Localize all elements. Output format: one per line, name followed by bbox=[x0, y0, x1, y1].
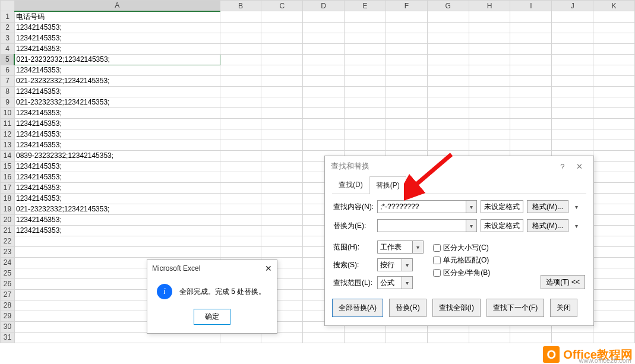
cell[interactable]: 12342145353; bbox=[14, 182, 220, 193]
cell[interactable] bbox=[469, 33, 510, 43]
replace-format-dropdown[interactable]: ▾ bbox=[572, 223, 580, 229]
cell[interactable]: 12342145353; bbox=[14, 33, 220, 43]
cell[interactable] bbox=[469, 140, 510, 150]
cell[interactable] bbox=[510, 22, 552, 33]
cell[interactable] bbox=[593, 268, 635, 278]
cell[interactable] bbox=[220, 65, 261, 75]
cell[interactable] bbox=[593, 204, 635, 214]
cell[interactable] bbox=[220, 246, 261, 257]
cell[interactable] bbox=[303, 86, 345, 97]
cell[interactable] bbox=[593, 129, 635, 140]
cell[interactable] bbox=[469, 22, 510, 33]
replace-input[interactable] bbox=[377, 219, 466, 232]
row-header[interactable]: 14 bbox=[1, 150, 15, 161]
cell[interactable] bbox=[469, 11, 510, 23]
replace-button[interactable]: 替换(R) bbox=[389, 299, 427, 317]
cell[interactable] bbox=[427, 332, 469, 343]
cell[interactable] bbox=[593, 140, 635, 150]
replace-format-button[interactable]: 格式(M)... bbox=[527, 219, 568, 232]
cell[interactable] bbox=[261, 129, 303, 140]
search-select[interactable] bbox=[377, 258, 402, 271]
cell[interactable] bbox=[469, 65, 510, 75]
cell[interactable] bbox=[220, 172, 261, 182]
cell[interactable] bbox=[220, 43, 261, 54]
cell[interactable] bbox=[261, 107, 303, 118]
row-header[interactable]: 20 bbox=[1, 214, 15, 225]
cell[interactable] bbox=[427, 97, 469, 107]
cell[interactable] bbox=[345, 65, 386, 75]
cell[interactable] bbox=[469, 129, 510, 140]
cell[interactable] bbox=[510, 107, 552, 118]
cell[interactable] bbox=[552, 332, 593, 343]
cell[interactable] bbox=[261, 86, 303, 97]
cell[interactable] bbox=[427, 43, 469, 54]
scope-dropdown-button[interactable]: ▾ bbox=[413, 240, 424, 254]
row-header[interactable]: 8 bbox=[1, 86, 15, 97]
column-header[interactable]: J bbox=[552, 1, 593, 11]
cell[interactable] bbox=[220, 22, 261, 33]
cell[interactable]: 12342145353; bbox=[14, 22, 220, 33]
cell[interactable] bbox=[510, 54, 552, 65]
row-header[interactable]: 4 bbox=[1, 43, 15, 54]
cell[interactable] bbox=[427, 118, 469, 129]
column-header[interactable]: E bbox=[345, 1, 386, 11]
row-header[interactable]: 30 bbox=[1, 321, 15, 332]
cell[interactable] bbox=[261, 172, 303, 182]
cell[interactable] bbox=[220, 140, 261, 150]
match-width-checkbox[interactable]: 区分全/半角(B) bbox=[433, 268, 490, 278]
cell[interactable] bbox=[593, 182, 635, 193]
cell[interactable] bbox=[261, 225, 303, 236]
row-header[interactable]: 9 bbox=[1, 97, 15, 107]
cell[interactable] bbox=[386, 65, 427, 75]
cell[interactable]: 12342145353; bbox=[14, 65, 220, 75]
cell[interactable] bbox=[593, 214, 635, 225]
find-format-dropdown[interactable]: ▾ bbox=[572, 204, 580, 210]
cell[interactable] bbox=[220, 129, 261, 140]
cell[interactable] bbox=[261, 150, 303, 161]
cell[interactable]: 12342145353; bbox=[14, 225, 220, 236]
find-format-button[interactable]: 格式(M)... bbox=[527, 200, 568, 213]
cell[interactable]: 12342145353; bbox=[14, 193, 220, 204]
row-header[interactable]: 12 bbox=[1, 129, 15, 140]
cell[interactable] bbox=[552, 129, 593, 140]
ok-button[interactable]: 确定 bbox=[194, 309, 230, 325]
cell[interactable] bbox=[510, 65, 552, 75]
column-header[interactable]: D bbox=[303, 1, 345, 11]
find-next-button[interactable]: 查找下一个(F) bbox=[486, 299, 544, 317]
cell[interactable] bbox=[552, 86, 593, 97]
row-header[interactable]: 17 bbox=[1, 182, 15, 193]
cell[interactable] bbox=[469, 43, 510, 54]
cell[interactable] bbox=[345, 97, 386, 107]
cell[interactable] bbox=[469, 86, 510, 97]
cell[interactable] bbox=[220, 118, 261, 129]
scope-select[interactable] bbox=[377, 240, 413, 254]
row-header[interactable]: 10 bbox=[1, 107, 15, 118]
cell[interactable] bbox=[261, 182, 303, 193]
cell[interactable] bbox=[593, 33, 635, 43]
replace-all-button[interactable]: 全部替换(A) bbox=[332, 299, 383, 317]
cell[interactable] bbox=[303, 118, 345, 129]
help-icon[interactable]: ? bbox=[560, 162, 569, 171]
cell[interactable] bbox=[303, 129, 345, 140]
cell[interactable] bbox=[261, 214, 303, 225]
cell[interactable] bbox=[593, 300, 635, 311]
cell[interactable] bbox=[510, 332, 552, 343]
corner-cell[interactable] bbox=[1, 1, 15, 11]
row-header[interactable]: 11 bbox=[1, 118, 15, 129]
cell[interactable] bbox=[220, 236, 261, 246]
row-header[interactable]: 1 bbox=[1, 11, 15, 23]
lookin-dropdown-button[interactable]: ▾ bbox=[402, 276, 413, 289]
cell[interactable] bbox=[386, 107, 427, 118]
cell[interactable] bbox=[345, 54, 386, 65]
cell[interactable] bbox=[593, 236, 635, 246]
close-button[interactable]: 关闭 bbox=[550, 299, 577, 317]
cell[interactable] bbox=[552, 65, 593, 75]
row-header[interactable]: 2 bbox=[1, 22, 15, 33]
cell[interactable] bbox=[386, 332, 427, 343]
cell[interactable] bbox=[261, 204, 303, 214]
cell[interactable] bbox=[593, 43, 635, 54]
column-header[interactable]: A bbox=[14, 1, 220, 11]
cell[interactable] bbox=[220, 54, 261, 65]
cell[interactable] bbox=[345, 43, 386, 54]
cell[interactable] bbox=[220, 182, 261, 193]
